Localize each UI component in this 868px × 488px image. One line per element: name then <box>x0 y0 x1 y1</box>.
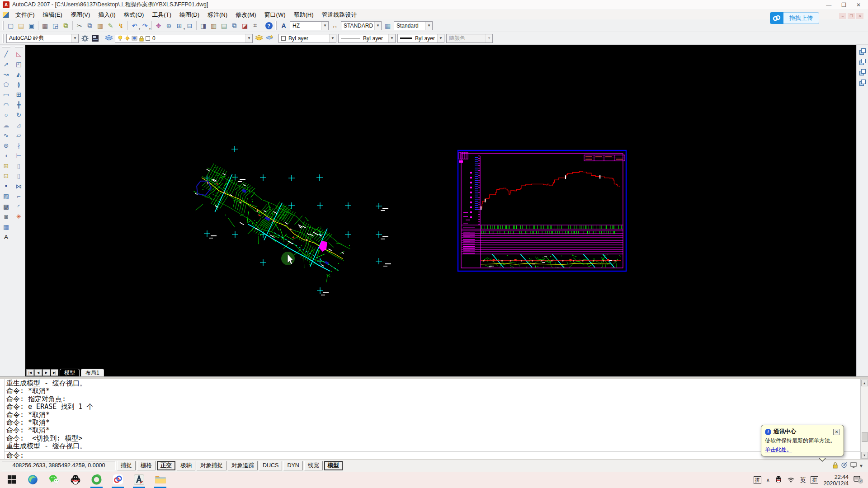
scroll-thumb[interactable] <box>862 432 868 442</box>
toggle-栅格[interactable]: 栅格 <box>137 461 156 470</box>
communication-center-icon[interactable] <box>841 462 848 469</box>
text-style-icon[interactable]: A <box>278 20 289 31</box>
designcenter-icon[interactable]: ▥ <box>208 20 219 31</box>
lineweight-combo[interactable]: ByLayer▼ <box>397 34 444 43</box>
cut-icon[interactable]: ✂ <box>74 20 85 31</box>
toggle-线宽[interactable]: 线宽 <box>304 461 323 470</box>
minimize-icon[interactable]: — <box>826 2 831 8</box>
draw-order-front-icon[interactable] <box>858 47 867 56</box>
mtext-icon[interactable]: A <box>1 232 12 242</box>
annotation-lock-icon[interactable] <box>832 462 838 470</box>
start-button[interactable] <box>1 472 22 488</box>
table-style-combo[interactable]: Standard▼ <box>394 21 433 30</box>
dim-style-combo[interactable]: STANDARD▼ <box>341 21 382 30</box>
break-icon[interactable]: ▯ <box>14 171 24 181</box>
make-block-icon[interactable]: ⊡ <box>1 171 12 181</box>
tab-模型[interactable]: 模型 <box>60 369 80 376</box>
menu-item-9[interactable]: 修改(M) <box>231 10 260 19</box>
plot-icon[interactable]: ▦ <box>40 20 50 31</box>
region-icon[interactable]: ◙ <box>1 211 12 222</box>
join-icon[interactable]: ⋈ <box>14 181 24 192</box>
table-icon[interactable]: ▦ <box>1 222 12 232</box>
copy-icon[interactable]: ⧉ <box>85 20 95 31</box>
construction-line-icon[interactable]: ↗ <box>1 59 12 70</box>
status-menu-chevron[interactable]: ▾ <box>860 462 863 469</box>
scale-icon[interactable]: ⊿ <box>14 120 24 131</box>
arc-icon[interactable]: ◠ <box>1 100 12 110</box>
move-icon[interactable]: ╋ <box>14 100 24 110</box>
menu-item-1[interactable]: 文件(F) <box>11 10 39 19</box>
tab-nav-1[interactable]: |◀ <box>26 369 34 376</box>
draw-order-above-icon[interactable] <box>858 68 867 77</box>
input-lang-pinyin-1[interactable]: 拼 <box>754 476 761 484</box>
menu-item-10[interactable]: 窗口(W) <box>260 10 290 19</box>
toggle-捕捉[interactable]: 捕捉 <box>117 461 136 470</box>
file-explorer-app[interactable] <box>150 472 171 488</box>
menu-item-4[interactable]: 插入(I) <box>94 10 119 19</box>
polygon-icon[interactable]: ⬠ <box>1 80 12 90</box>
make-object-layer-icon[interactable] <box>264 33 274 43</box>
block-editor-icon[interactable]: ↯ <box>116 20 126 31</box>
qq-tray-icon[interactable] <box>775 475 782 485</box>
properties-icon[interactable]: ◨ <box>198 20 208 31</box>
toggle-正交[interactable]: 正交 <box>157 461 175 470</box>
offset-icon[interactable]: ≬ <box>14 80 24 90</box>
menu-item-3[interactable]: 视图(V) <box>66 10 94 19</box>
drawing-file-icon[interactable] <box>3 12 9 18</box>
tab-nav-2[interactable]: ◀ <box>34 369 42 376</box>
notification-badge-icon[interactable]: 2 <box>854 475 863 485</box>
quickcalc-icon[interactable]: ⌗ <box>250 20 260 31</box>
balloon-close-icon[interactable]: ✕ <box>833 429 840 435</box>
toolbar-grip[interactable] <box>2 34 4 43</box>
command-scrollbar[interactable]: ▲ ▼ <box>860 379 868 459</box>
workspace-combo[interactable]: AutoCAD 经典▼ <box>6 34 79 43</box>
tab-nav-3[interactable]: ▶ <box>42 369 50 376</box>
overlay-restore-icon[interactable]: ❐ <box>848 13 855 19</box>
new-icon[interactable]: ▢ <box>5 20 16 31</box>
plot-preview-icon[interactable]: ◲ <box>50 20 61 31</box>
overlay-minimize-icon[interactable]: – <box>839 13 846 19</box>
netdisk-upload-button[interactable]: 拖拽上传 <box>770 12 819 24</box>
tool-palettes-icon[interactable]: ▤ <box>219 20 229 31</box>
drawing-canvas[interactable]: |◀◀▶▶|模型布局1 <box>25 45 856 376</box>
erase-icon[interactable]: ◺ <box>14 49 24 59</box>
close-icon[interactable]: ✕ <box>856 2 861 8</box>
extend-icon[interactable]: ⊢ <box>14 150 24 161</box>
overlay-close-icon[interactable]: ✕ <box>856 13 863 19</box>
explode-icon[interactable]: ✳ <box>14 211 24 222</box>
point-icon[interactable]: ▪ <box>1 181 12 192</box>
undo-icon[interactable]: ↶▾ <box>129 20 140 31</box>
text-style-combo[interactable]: HZ▼ <box>290 21 329 30</box>
scroll-down-icon[interactable]: ▼ <box>861 452 868 459</box>
menu-item-5[interactable]: 格式(O) <box>120 10 148 19</box>
toggle-极轴[interactable]: 极轴 <box>177 461 195 470</box>
insert-block-icon[interactable]: ⊞ <box>1 161 12 171</box>
publish-icon[interactable]: ⧉ <box>61 20 71 31</box>
menu-item-11[interactable]: 帮助(H) <box>290 10 318 19</box>
layer-combo[interactable]: 0▼ <box>115 34 253 43</box>
revcloud-icon[interactable]: ☁ <box>1 120 12 131</box>
sheetset-manager-icon[interactable]: ⧉ <box>229 20 240 31</box>
input-lang-en[interactable]: 英 <box>800 476 806 484</box>
autocad-app[interactable] <box>128 472 150 488</box>
command-grip[interactable] <box>0 379 5 459</box>
chamfer-icon[interactable]: ⌐ <box>14 191 24 202</box>
qq-app[interactable] <box>65 472 86 488</box>
ellipse-arc-icon[interactable]: ◖ <box>1 150 12 161</box>
trim-icon[interactable]: ∤ <box>14 141 24 151</box>
netdisk-app[interactable] <box>107 472 128 488</box>
spline-icon[interactable]: ∿ <box>1 130 12 141</box>
draw-order-back-icon[interactable] <box>858 57 867 66</box>
tab-nav-4[interactable]: ▶| <box>51 369 58 376</box>
menu-item-2[interactable]: 编辑(E) <box>39 10 66 19</box>
restore-icon[interactable]: ❐ <box>841 2 846 8</box>
match-properties-icon[interactable]: ✎ <box>105 20 116 31</box>
layer-properties-icon[interactable] <box>254 33 264 43</box>
toggle-DUCS[interactable]: DUCS <box>259 461 282 470</box>
zoom-previous-icon[interactable]: ⊟ <box>184 20 195 31</box>
zoom-realtime-icon[interactable]: ⊕ <box>164 20 174 31</box>
menu-item-8[interactable]: 标注(N) <box>203 10 231 19</box>
menu-item-7[interactable]: 绘图(D) <box>175 10 203 19</box>
help-icon[interactable]: ? <box>264 20 274 31</box>
scroll-up-icon[interactable]: ▲ <box>861 380 868 386</box>
